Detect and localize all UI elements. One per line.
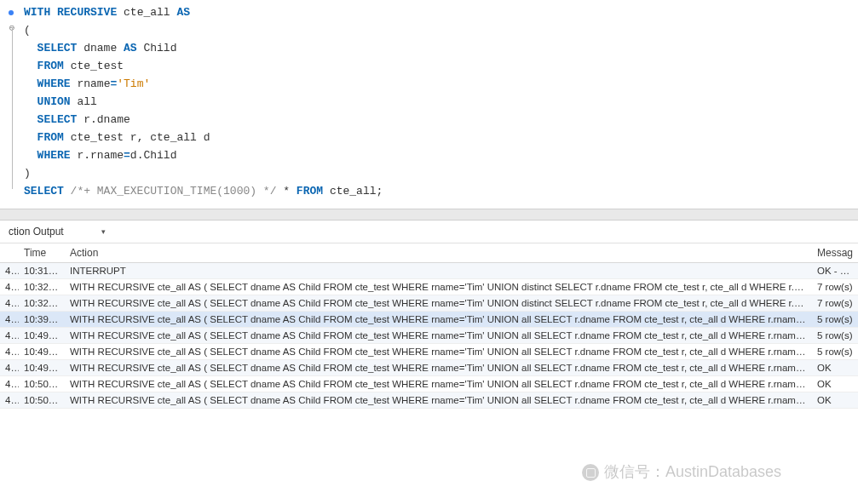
sql-editor[interactable]: ⊖ WITH RECURSIVE cte_all AS( SELECT dnam…: [0, 0, 858, 209]
col-header-time[interactable]: Time: [19, 243, 65, 263]
code-token: *: [276, 185, 296, 198]
code-token: WHERE: [37, 149, 78, 162]
cell-time: 10:49:22: [19, 328, 65, 344]
action-output-grid[interactable]: Time Action Messag 4110:31:22INTERRUPTOK…: [0, 243, 858, 409]
cell-message: OK - Qu: [812, 263, 858, 279]
code-token: UNION: [37, 95, 78, 108]
code-token: cte_all;: [330, 185, 383, 198]
cell-message: 5 row(s): [812, 344, 858, 360]
code-line[interactable]: (: [0, 21, 858, 39]
bracket-guide: [12, 27, 13, 189]
code-token: SELECT: [24, 185, 71, 198]
code-token: r.dname: [83, 113, 130, 126]
code-token: [24, 95, 37, 108]
table-row[interactable]: 4310:32:59WITH RECURSIVE cte_all AS ( SE…: [0, 295, 858, 312]
cell-index: 48: [0, 376, 19, 392]
output-type-select[interactable]: ction Output: [5, 224, 67, 239]
code-token: [24, 42, 37, 54]
code-token: AS: [124, 42, 143, 54]
cell-index: 41: [0, 263, 19, 279]
code-token: dname: [83, 42, 124, 54]
cell-message: 7 row(s): [812, 279, 858, 295]
code-token: cte_test r, cte_all d: [71, 131, 210, 144]
code-token: FROM: [37, 131, 71, 144]
cell-action: WITH RECURSIVE cte_all AS ( SELECT dname…: [65, 312, 812, 328]
cell-message: 5 row(s): [812, 328, 858, 344]
cell-time: 10:39:57: [19, 312, 65, 328]
code-token: ): [24, 167, 31, 180]
code-token: [24, 131, 37, 144]
code-line[interactable]: WHERE r.rname=d.Child: [0, 146, 858, 164]
cell-time: 10:49:43: [19, 360, 65, 376]
cell-action: WITH RECURSIVE cte_all AS ( SELECT dname…: [65, 295, 812, 312]
table-row[interactable]: 4410:39:57WITH RECURSIVE cte_all AS ( SE…: [0, 312, 858, 328]
watermark: 微信号：AustinDatabases: [582, 461, 781, 482]
code-line[interactable]: SELECT r.dname: [0, 111, 858, 129]
cell-message: 5 row(s): [812, 312, 858, 328]
cell-action: WITH RECURSIVE cte_all AS ( SELECT dname…: [65, 328, 812, 344]
code-token: rname: [77, 77, 110, 90]
panel-separator[interactable]: [0, 209, 858, 220]
table-row[interactable]: 4610:49:36WITH RECURSIVE cte_all AS ( SE…: [0, 344, 858, 360]
cell-time: 10:32:59: [19, 295, 65, 312]
wechat-icon: [582, 464, 599, 481]
cell-time: 10:49:36: [19, 344, 65, 360]
code-token: 'Tim': [117, 77, 150, 90]
code-token: SELECT: [37, 42, 84, 54]
cell-action: WITH RECURSIVE cte_all AS ( SELECT dname…: [65, 376, 812, 392]
cell-message: 7 row(s): [812, 295, 858, 312]
table-row[interactable]: 4210:32:49WITH RECURSIVE cte_all AS ( SE…: [0, 279, 858, 295]
cell-index: 43: [0, 295, 19, 312]
cell-index: 42: [0, 279, 19, 295]
code-token: FROM: [37, 60, 71, 72]
code-token: [24, 77, 37, 90]
code-token: FROM: [297, 185, 330, 198]
code-line[interactable]: SELECT dname AS Child: [0, 39, 858, 57]
cell-action: WITH RECURSIVE cte_all AS ( SELECT dname…: [65, 279, 812, 295]
table-row[interactable]: 4110:31:22INTERRUPTOK - Qu: [0, 263, 858, 279]
breakpoint-dot-icon[interactable]: [9, 10, 14, 15]
cell-message: OK: [812, 392, 858, 409]
cell-index: 44: [0, 312, 19, 328]
col-header-message[interactable]: Messag: [812, 243, 858, 263]
cell-action: INTERRUPT: [65, 263, 812, 279]
code-token: WHERE: [37, 77, 78, 90]
code-token: SELECT: [37, 113, 84, 126]
code-token: [24, 60, 37, 72]
code-token: cte_all: [124, 6, 176, 19]
output-toolbar: ction Output ▾: [0, 220, 858, 243]
code-token: WITH RECURSIVE: [24, 6, 124, 19]
cell-index: 47: [0, 360, 19, 376]
cell-time: 10:31:22: [19, 263, 65, 279]
code-line[interactable]: WITH RECURSIVE cte_all AS: [0, 3, 858, 21]
code-line[interactable]: UNION all: [0, 93, 858, 111]
code-token: /*+ MAX_EXECUTION_TIME(1000) */: [71, 185, 277, 198]
chevron-down-icon[interactable]: ▾: [101, 227, 106, 236]
cell-message: OK: [812, 376, 858, 392]
table-row[interactable]: 4510:49:22WITH RECURSIVE cte_all AS ( SE…: [0, 328, 858, 344]
code-token: Child: [143, 42, 176, 54]
code-line[interactable]: FROM cte_test: [0, 57, 858, 75]
code-token: r.rname: [77, 149, 124, 162]
cell-message: OK: [812, 360, 858, 376]
col-header-index[interactable]: [0, 243, 19, 263]
code-line[interactable]: ): [0, 164, 858, 182]
col-header-action[interactable]: Action: [65, 243, 812, 263]
table-row[interactable]: 4810:50:00WITH RECURSIVE cte_all AS ( SE…: [0, 376, 858, 392]
cell-action: WITH RECURSIVE cte_all AS ( SELECT dname…: [65, 360, 812, 376]
code-line[interactable]: WHERE rname='Tim': [0, 75, 858, 93]
code-token: AS: [176, 6, 190, 19]
code-token: d.Child: [130, 149, 177, 162]
code-token: [24, 113, 37, 126]
table-row[interactable]: 4910:50:09WITH RECURSIVE cte_all AS ( SE…: [0, 392, 858, 409]
cell-index: 46: [0, 344, 19, 360]
code-token: =: [124, 149, 130, 162]
cell-index: 45: [0, 328, 19, 344]
cell-time: 10:32:49: [19, 279, 65, 295]
code-token: [24, 149, 37, 162]
code-line[interactable]: SELECT /*+ MAX_EXECUTION_TIME(1000) */ *…: [0, 182, 858, 200]
code-token: cte_test: [71, 60, 124, 72]
code-line[interactable]: FROM cte_test r, cte_all d: [0, 129, 858, 146]
table-row[interactable]: 4710:49:43WITH RECURSIVE cte_all AS ( SE…: [0, 360, 858, 376]
cell-time: 10:50:00: [19, 376, 65, 392]
